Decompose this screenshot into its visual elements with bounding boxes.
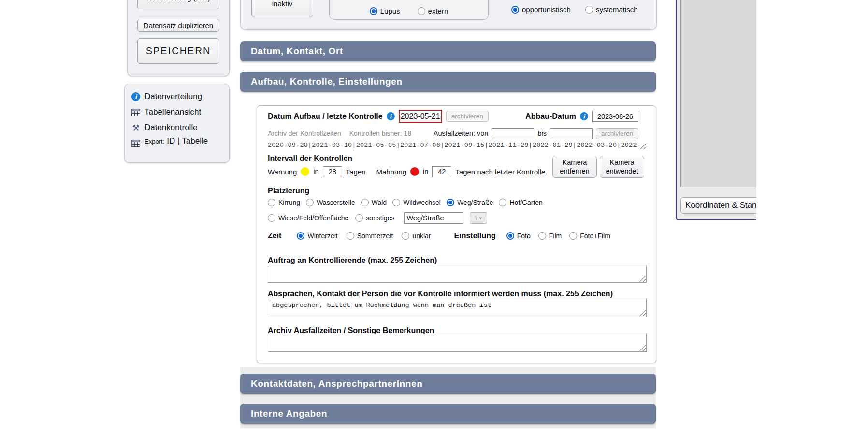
export-id-link[interactable]: ID (167, 136, 175, 146)
archive-control-button[interactable]: archivieren (446, 111, 489, 122)
radio-option-wiese-feld-offenfl-che[interactable]: Wiese/Feld/Offenfläche (268, 214, 348, 222)
section-header-label: Aufbau, Kontrolle, Einstellungen (240, 76, 403, 87)
radio-option-extern[interactable]: extern (418, 7, 448, 15)
controls-count: Kontrollen bisher: 18 (349, 130, 411, 137)
radio-icon[interactable] (585, 6, 593, 14)
radio-label: Film (549, 232, 562, 240)
zeit-radio-group: WinterzeitSommerzeitunklar (297, 232, 431, 240)
radio-icon[interactable] (447, 199, 454, 206)
radio-icon[interactable] (306, 199, 314, 206)
bemerkungen-textarea[interactable] (268, 334, 647, 352)
save-button[interactable]: SPEICHERN (137, 38, 219, 64)
radio-option-opportunistisch[interactable]: opportunistisch (511, 5, 571, 14)
radio-label: Wiese/Feld/Offenfläche (278, 214, 348, 222)
radio-option-sonstiges[interactable]: sonstiges (355, 214, 394, 222)
placement-title: Platzierung (268, 187, 309, 195)
downtime-archive-button[interactable]: archivieren (596, 128, 638, 139)
radio-option-kirrung[interactable]: Kirrung (268, 199, 300, 206)
radio-option-unklar[interactable]: unklar (402, 232, 431, 240)
radio-icon[interactable] (268, 214, 275, 222)
auftrag-text (268, 266, 646, 271)
radio-icon[interactable] (355, 214, 363, 222)
warn-label: Warnung (268, 168, 297, 176)
radio-icon[interactable] (370, 7, 377, 15)
radio-option-winterzeit[interactable]: Winterzeit (297, 232, 337, 240)
duplicate-record-button[interactable]: Datensatz duplizieren (137, 19, 219, 32)
interval-title: Intervall der Kontrollen (268, 154, 352, 163)
control-dates-row: 2020-09-28|2021-03-10|2021-05-05|2021-07… (268, 141, 643, 149)
section-header-interne-angaben[interactable]: Interne Angaben (240, 404, 656, 424)
downtime-to-input[interactable] (550, 128, 593, 139)
tools-menu-panel: i Datenverteilung Tabellenansicht ⚒ Date… (124, 84, 230, 163)
setup-date-input[interactable] (399, 110, 442, 123)
export-table-link[interactable]: Tabelle (182, 136, 208, 146)
status-panel: inaktiv Lupusextern opportunistischsyste… (240, 0, 657, 30)
placement-dropdown[interactable]: \ ∨ (470, 212, 487, 224)
teardown-date-input[interactable] (592, 111, 638, 122)
radio-icon[interactable] (418, 7, 425, 15)
radio-icon[interactable] (347, 232, 354, 240)
mahn-days-input[interactable] (432, 166, 451, 177)
warn-tagen-label: Tagen (346, 168, 366, 176)
absprachen-textarea[interactable]: abgesprochen, bittet um Rückmeldung wenn… (268, 299, 647, 317)
warn-days-input[interactable] (323, 166, 342, 177)
menu-item-label: Datenkontrolle (145, 123, 198, 132)
downtime-from-input[interactable] (492, 128, 534, 139)
auftrag-textarea[interactable] (268, 266, 647, 283)
camera-stolen-button[interactable]: Kamera entwendet (600, 156, 644, 178)
mahn-suffix-label: Tagen nach letzter Kontrolle. (455, 168, 547, 176)
radio-option-sommerzeit[interactable]: Sommerzeit (347, 232, 393, 240)
section-header-datum[interactable]: Datum, Kontakt, Ort (240, 41, 656, 61)
radio-label: Wald (372, 199, 387, 206)
coordinates-button[interactable]: Koordinaten & Standort (680, 197, 756, 214)
radio-option-wald[interactable]: Wald (361, 199, 387, 206)
viewport-clip: Neuer Eintrag (leer) Datensatz duplizier… (0, 0, 756, 429)
radio-label: Foto+Film (580, 232, 610, 240)
menu-item-datenverteilung[interactable]: i Datenverteilung (131, 90, 225, 103)
menu-item-tabellenansicht[interactable]: Tabellenansicht (131, 105, 225, 119)
resize-grip[interactable] (639, 345, 646, 351)
source-groupbox: Lupusextern (329, 0, 489, 20)
radio-icon[interactable] (506, 232, 514, 240)
export-label: Export: (145, 138, 164, 145)
radio-icon[interactable] (361, 199, 369, 206)
tools-icon: ⚒ (131, 123, 140, 133)
radio-option-foto-film[interactable]: Foto+Film (569, 232, 610, 240)
radio-option-foto[interactable]: Foto (506, 232, 531, 240)
radio-option-systematisch[interactable]: systematisch (585, 5, 638, 14)
radio-option-hof-garten[interactable]: Hof/Garten (499, 199, 542, 206)
info-icon[interactable]: i (387, 112, 395, 120)
radio-icon[interactable] (538, 232, 546, 240)
placement-custom-input[interactable] (404, 212, 463, 224)
mahn-label: Mahnung (376, 168, 406, 176)
radio-icon[interactable] (392, 199, 400, 206)
new-entry-button[interactable]: Neuer Eintrag (leer) (137, 0, 219, 9)
downtime-bis-label: bis (537, 130, 547, 137)
radio-icon[interactable] (402, 232, 409, 240)
absprachen-label: Absprachen, Kontakt der Person die vor K… (268, 290, 613, 298)
resize-grip[interactable] (639, 276, 646, 282)
radio-option-wildwechsel[interactable]: Wildwechsel (392, 199, 441, 206)
section-header-kontaktdaten[interactable]: Kontaktdaten, AnsprechpartnerInnen (240, 374, 656, 394)
section-header-aufbau[interactable]: Aufbau, Kontrolle, Einstellungen (240, 72, 656, 92)
radio-label: extern (428, 7, 448, 15)
placement-row-2: Wiese/Feld/Offenflächesonstiges \ ∨ (268, 212, 638, 224)
radio-icon[interactable] (499, 199, 506, 206)
bemerkungen-text (268, 334, 646, 339)
radio-icon[interactable] (268, 199, 275, 206)
radio-option-weg-stra-e[interactable]: Weg/Straße (447, 199, 493, 206)
radio-icon[interactable] (511, 6, 519, 14)
menu-item-datenkontrolle[interactable]: ⚒ Datenkontrolle (131, 121, 225, 134)
radio-icon[interactable] (297, 232, 304, 240)
inactive-button[interactable]: inaktiv (251, 0, 313, 17)
camera-buttons: Kamera entfernen Kamera entwendet (552, 156, 644, 178)
info-icon[interactable]: i (580, 112, 588, 120)
radio-option-film[interactable]: Film (538, 232, 562, 240)
camera-remove-button[interactable]: Kamera entfernen (552, 156, 597, 178)
radio-option-wasserstelle[interactable]: Wasserstelle (306, 199, 355, 206)
radio-option-lupus[interactable]: Lupus (370, 7, 400, 15)
radio-label: systematisch (596, 5, 638, 14)
radio-icon[interactable] (569, 232, 577, 240)
info-icon: i (131, 92, 140, 101)
control-dates-text: 2020-09-28|2021-03-10|2021-05-05|2021-07… (268, 142, 643, 149)
